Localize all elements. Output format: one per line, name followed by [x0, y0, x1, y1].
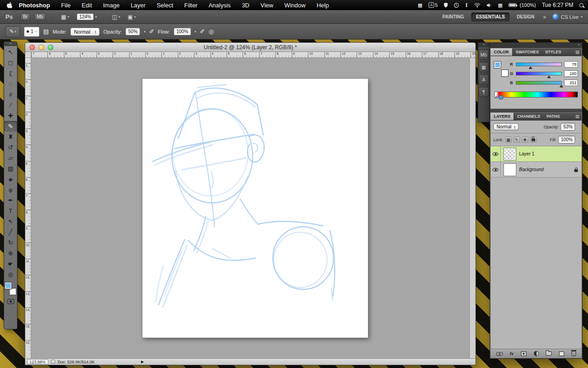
- toggle-brush-panel-icon[interactable]: ▤: [43, 28, 49, 35]
- spotlight-icon[interactable]: [579, 3, 583, 7]
- character-panel-button[interactable]: A: [479, 75, 489, 85]
- layer-row-background[interactable]: Background: [491, 162, 582, 178]
- panel-tab[interactable]: PATHS: [543, 113, 563, 120]
- input-menu-icon[interactable]: ▦: [498, 2, 503, 8]
- 3d-rotate-tool[interactable]: ↻: [5, 237, 16, 248]
- background-swatch[interactable]: [10, 288, 16, 295]
- panel-menu-button[interactable]: ▤: [573, 113, 582, 120]
- menu-item[interactable]: Analysis: [203, 2, 236, 9]
- view-extras-button[interactable]: ▦▾: [61, 14, 69, 20]
- type-tool[interactable]: T: [5, 206, 16, 216]
- eyedropper-tool[interactable]: ∕: [5, 100, 16, 110]
- blur-tool[interactable]: ◈: [5, 174, 16, 184]
- pen-tool[interactable]: ✒: [5, 195, 16, 206]
- arrange-documents-button[interactable]: ◫▾: [112, 14, 120, 20]
- visibility-toggle[interactable]: [491, 162, 501, 177]
- zoom-value[interactable]: 124%: [77, 13, 94, 20]
- healing-brush-tool[interactable]: ✚: [5, 110, 16, 121]
- status-zoom-field[interactable]: 123.88%: [27, 359, 48, 364]
- slider-thumb[interactable]: [547, 75, 551, 78]
- layer-row-layer1[interactable]: Layer 1: [491, 146, 582, 162]
- status-badge-icon[interactable]: [51, 360, 55, 364]
- wifi-icon[interactable]: [474, 3, 481, 8]
- workspace-button[interactable]: ESSENTIALS: [471, 12, 509, 21]
- tool-preset-picker[interactable]: ✎▾: [6, 26, 20, 37]
- layer-blend-mode-select[interactable]: Normal ▴▾: [493, 123, 519, 130]
- menu-item[interactable]: Help: [311, 2, 334, 9]
- layer-name[interactable]: Background: [519, 167, 543, 172]
- fill-field[interactable]: 100%: [558, 136, 576, 144]
- tablet-pressure-icon[interactable]: ◎: [209, 28, 214, 35]
- line-tool[interactable]: ╱: [5, 227, 16, 237]
- quick-selection-tool[interactable]: ◌: [5, 79, 16, 89]
- menu-item[interactable]: File: [56, 2, 76, 9]
- launch-mini-bridge-button[interactable]: Mb: [34, 13, 46, 21]
- lock-all-button[interactable]: [530, 137, 537, 143]
- menu-item[interactable]: 3D: [236, 2, 255, 9]
- menu-item[interactable]: Filter: [179, 2, 203, 9]
- 3d-orbit-tool[interactable]: ⊕: [5, 248, 16, 259]
- apple-menu-icon[interactable]: [6, 2, 12, 9]
- crop-tool[interactable]: #: [5, 89, 16, 100]
- launch-bridge-button[interactable]: Br: [20, 13, 30, 21]
- clock-menu-icon[interactable]: [454, 3, 459, 8]
- airbrush-toggle-icon[interactable]: ✐: [200, 28, 205, 35]
- channel-slider[interactable]: [516, 63, 562, 66]
- lasso-tool[interactable]: ζ: [5, 68, 16, 79]
- slider-thumb[interactable]: [560, 85, 563, 87]
- slider-thumb[interactable]: [529, 66, 532, 69]
- chevron-down-icon[interactable]: ▾: [144, 30, 146, 34]
- document-titlebar[interactable]: Untitled-2 @ 124% (Layer 2, RGB/8) *: [25, 43, 475, 52]
- foreground-swatch[interactable]: [5, 282, 11, 289]
- panel-tab[interactable]: SWATCHES: [513, 48, 542, 56]
- foreground-swatch[interactable]: [494, 62, 501, 68]
- ruler-origin-corner[interactable]: [25, 52, 31, 58]
- canvas-area[interactable]: [31, 58, 469, 358]
- minimize-button[interactable]: [39, 45, 44, 50]
- close-button[interactable]: [29, 45, 35, 50]
- history-brush-tool[interactable]: ↺: [5, 142, 16, 153]
- zoom-tool[interactable]: ◎: [5, 269, 16, 280]
- menu-item[interactable]: Select: [151, 2, 179, 9]
- lock-transparency-button[interactable]: ▦: [505, 137, 512, 143]
- histogram-panel-button[interactable]: ▦: [479, 62, 489, 72]
- menu-item[interactable]: Layer: [125, 2, 151, 9]
- link-layers-button[interactable]: [496, 352, 503, 356]
- panel-tab[interactable]: LAYERS: [491, 113, 514, 120]
- quick-mask-button[interactable]: [7, 299, 14, 304]
- menu-bar-clock[interactable]: Tue 6:27 PM: [542, 2, 573, 8]
- eraser-tool[interactable]: ▱: [5, 153, 16, 163]
- zoom-window-button[interactable]: [48, 45, 53, 50]
- dodge-tool[interactable]: φ: [5, 184, 16, 195]
- paragraph-panel-button[interactable]: ¶: [479, 87, 489, 97]
- add-layer-mask-button[interactable]: [521, 351, 526, 356]
- menu-item[interactable]: View: [255, 2, 279, 9]
- menu-item[interactable]: Window: [279, 2, 311, 9]
- chevron-down-icon[interactable]: ▾: [577, 125, 579, 129]
- panel-menu-button[interactable]: ▤: [573, 48, 582, 56]
- gamut-warning[interactable]: ⚠: [494, 95, 503, 99]
- delete-layer-button[interactable]: [571, 351, 576, 356]
- channel-value-field[interactable]: 78: [564, 61, 578, 68]
- background-swatch[interactable]: [502, 70, 508, 76]
- menu-item[interactable]: Edit: [76, 2, 97, 9]
- panel-tab[interactable]: STYLES: [542, 48, 565, 56]
- gamut-swatch-icon[interactable]: [499, 95, 503, 99]
- path-selection-tool[interactable]: ⇖: [5, 216, 16, 227]
- volume-icon[interactable]: [486, 3, 492, 8]
- layer-thumbnail[interactable]: [503, 148, 516, 161]
- workspace-button[interactable]: PAINTING: [438, 13, 468, 21]
- channel-slider[interactable]: [516, 72, 562, 75]
- chevron-down-icon[interactable]: ▾: [195, 30, 197, 34]
- clone-stamp-tool[interactable]: ♜: [5, 132, 16, 142]
- layer-name[interactable]: Layer 1: [519, 151, 534, 156]
- layer-thumbnail[interactable]: [503, 163, 516, 176]
- channel-value-field[interactable]: 180: [564, 70, 578, 77]
- bluetooth-icon[interactable]: [465, 2, 468, 8]
- app-badge-a-icon[interactable]: A 5: [429, 2, 438, 8]
- flow-field[interactable]: 100%: [174, 28, 191, 35]
- canvas-page[interactable]: [142, 79, 368, 338]
- channel-slider[interactable]: [516, 81, 562, 85]
- window-indicator-icon[interactable]: ▦: [418, 2, 422, 8]
- panel-tab[interactable]: COLOR: [491, 48, 513, 56]
